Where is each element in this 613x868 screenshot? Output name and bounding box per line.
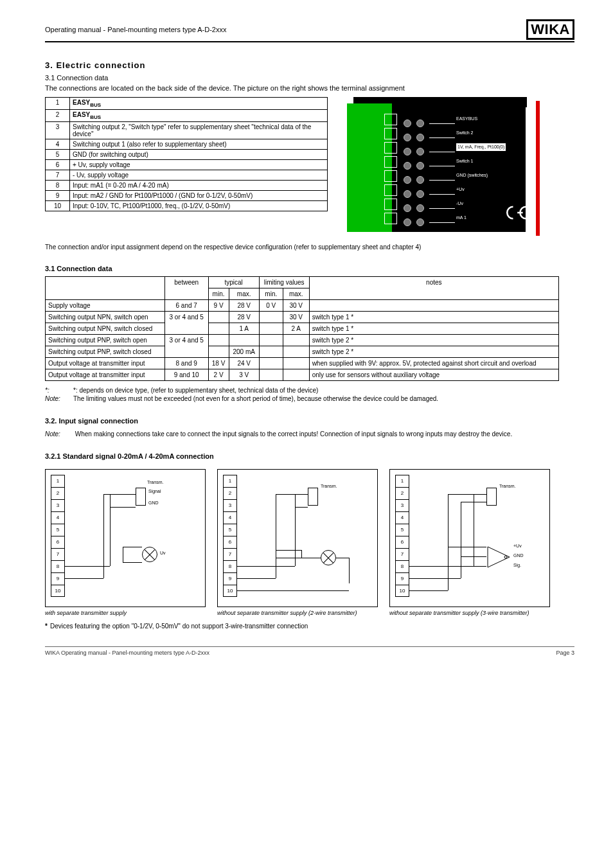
- td: 3 or 4 and 5: [164, 335, 208, 358]
- pin-num: 4: [46, 139, 70, 150]
- td: [208, 312, 229, 323]
- diagram-label: -Uv: [456, 200, 506, 214]
- connection-data-heading: 3.1 Connection data: [45, 265, 574, 272]
- td: [283, 335, 309, 346]
- pin-num: 8: [46, 181, 70, 191]
- td: [208, 323, 229, 335]
- note-label: Note:: [45, 394, 73, 403]
- pin-num: 2: [46, 110, 70, 122]
- th: limiting values: [259, 277, 309, 288]
- th: max.: [229, 288, 259, 300]
- connector-diagram: EASYBUS Switch 2 1V, mA, Freq., Pt100(0)…: [347, 97, 540, 238]
- note-label: *:: [45, 386, 73, 394]
- td: Switching output NPN, switch open: [46, 312, 165, 323]
- transmitter-triangle-icon: [486, 545, 512, 569]
- pin-desc: Switching output 2, "Switch type" refer …: [70, 122, 328, 139]
- wika-logo: WIKA: [526, 19, 574, 40]
- diag-label: Sig.: [513, 563, 521, 567]
- pin-desc: EASYBUS: [70, 98, 328, 110]
- td: 30 V: [283, 312, 309, 323]
- diag-label: Uv: [160, 551, 166, 555]
- diagram-caption: without separate transmitter supply (3-w…: [389, 610, 550, 616]
- diag-label: GND: [148, 500, 159, 505]
- th: typical: [208, 277, 259, 288]
- td: [259, 369, 283, 381]
- diagram-caption: without separate transmitter supply (2-w…: [217, 610, 378, 616]
- td: [283, 369, 309, 381]
- td: 9 and 10: [164, 369, 208, 381]
- ce-mark-icon: [501, 204, 528, 226]
- footnote: * Devices featuring the option "0-1/2V, …: [45, 623, 574, 630]
- diag-label: Transm.: [147, 480, 163, 484]
- td: [208, 335, 229, 346]
- td: 30 V: [283, 300, 309, 312]
- td: 9 V: [208, 300, 229, 312]
- td: switch type 2 *: [309, 335, 558, 346]
- td: 2 V: [208, 369, 229, 381]
- diagram-label: GND (switches): [456, 172, 506, 186]
- td: [259, 335, 283, 346]
- td: switch type 1 *: [309, 312, 558, 323]
- pin-desc: Input: 0-10V, TC, Pt100/Pt1000, freq., (…: [70, 201, 328, 211]
- td: 3 V: [229, 369, 259, 381]
- td: 18 V: [208, 358, 229, 369]
- td: Switching output PNP, switch open: [46, 335, 165, 346]
- th: between: [164, 277, 208, 300]
- diag-label: Transm.: [499, 484, 515, 488]
- footnote-text: Devices featuring the option "0-1/2V, 0-…: [50, 623, 308, 630]
- note-text: When making connections take care to con…: [75, 430, 512, 438]
- header-left-text: Operating manual - Panel-mounting meters…: [45, 26, 226, 33]
- pin-num: 6: [46, 160, 70, 170]
- td: switch type 2 *: [309, 346, 558, 358]
- td: [259, 346, 283, 358]
- sec-3-2-heading: 3.2. Input signal connection: [45, 417, 574, 425]
- table-notes: *:*: depends on device type, (refer to s…: [45, 386, 574, 403]
- pin-table-note: The connection and/or input assignment d…: [45, 244, 574, 251]
- diag-label: +Uv: [513, 544, 522, 548]
- td: switch type 1 *: [309, 323, 558, 335]
- td: [283, 358, 309, 369]
- td: 3 or 4 and 5: [164, 312, 208, 335]
- footer-right: Page 3: [556, 650, 574, 656]
- sec-3-2-1-heading: 3.2.1 Standard signal 0-20mA / 4-20mA co…: [45, 452, 574, 460]
- pin-desc: Switching output 1 (also refer to supple…: [70, 139, 328, 150]
- td: [229, 335, 259, 346]
- note-text: *: depends on device type, (refer to sup…: [73, 387, 318, 394]
- footer-left: WIKA Operating manual - Panel-mounting m…: [45, 650, 209, 656]
- td: Supply voltage: [46, 300, 165, 312]
- td: [259, 312, 283, 323]
- td: Output voltage at transmitter input: [46, 358, 165, 369]
- diagram-label: +Uv: [456, 186, 506, 200]
- pin-num: 10: [46, 201, 70, 211]
- section-sub: 3.1 Connection data: [45, 74, 574, 82]
- td: [208, 346, 229, 358]
- section-title: 3. Electric connection: [45, 60, 574, 70]
- diagram-label: Switch 1: [456, 157, 506, 172]
- td: [309, 300, 558, 312]
- pin-desc: Input: mA2 / GND for Pt100/Pt1000 / (GND…: [70, 191, 328, 201]
- th: min.: [259, 288, 283, 300]
- note-text: The limiting values must not be exceeded…: [73, 395, 438, 402]
- section-desc: The connections are located on the back …: [45, 84, 574, 92]
- td: 28 V: [229, 300, 259, 312]
- pin-num: 7: [46, 170, 70, 181]
- connection-data-table: between typical limiting values notes mi…: [45, 276, 559, 381]
- pin-desc: Input: mA1 (= 0-20 mA / 4-20 mA): [70, 181, 328, 191]
- diag-label: Transm.: [321, 484, 337, 488]
- pin-num: 9: [46, 191, 70, 201]
- td: Output voltage at transmitter input: [46, 369, 165, 381]
- td: Switching output PNP, switch closed: [46, 346, 165, 358]
- signal-badge: 1V, mA, Freq., Pt100(0): [456, 143, 506, 151]
- diagram-label: Switch 2: [456, 129, 506, 143]
- td: 0 V: [259, 300, 283, 312]
- pin-desc: + Uv, supply voltage: [70, 160, 328, 170]
- page-footer: WIKA Operating manual - Panel-mounting m…: [45, 646, 574, 656]
- td: when supplied with 9V: approx. 5V, prote…: [309, 358, 558, 369]
- th: min.: [208, 288, 229, 300]
- td: 8 and 9: [164, 358, 208, 369]
- pin-desc: GND (for switching output): [70, 150, 328, 160]
- diag-label: GND: [513, 553, 524, 558]
- svg-point-2: [504, 556, 507, 558]
- wiring-diagram-a: 12345 678910 Signal GND Transm. Uv: [45, 469, 206, 607]
- pin-desc: EASYBUS: [70, 110, 328, 122]
